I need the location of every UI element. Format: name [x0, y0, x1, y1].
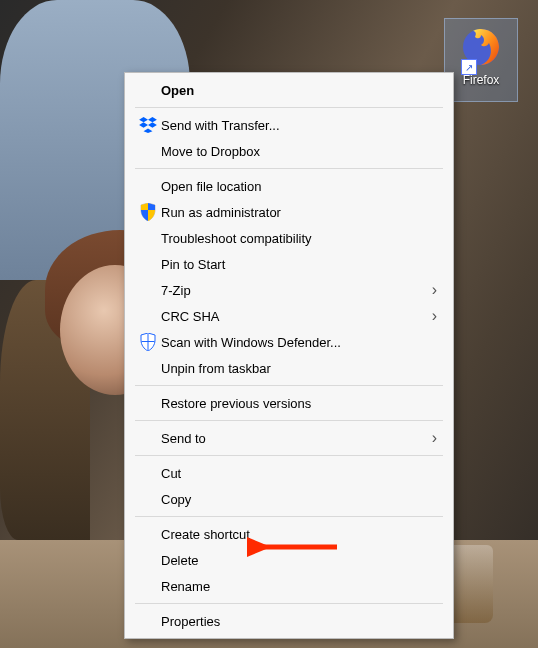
desktop-icon-firefox[interactable]: ↗ Firefox	[444, 18, 518, 102]
menu-item-restore-previous-versions[interactable]: Restore previous versions	[127, 390, 451, 416]
dropbox-icon	[135, 115, 161, 135]
menu-item-label: Cut	[161, 466, 437, 481]
blank-icon	[135, 228, 161, 248]
menu-item-label: 7-Zip	[161, 283, 423, 298]
menu-item-troubleshoot-compatibility[interactable]: Troubleshoot compatibility	[127, 225, 451, 251]
menu-item-label: Copy	[161, 492, 437, 507]
chevron-right-icon: ›	[423, 429, 437, 447]
menu-item-unpin-from-taskbar[interactable]: Unpin from taskbar	[127, 355, 451, 381]
blank-icon	[135, 576, 161, 596]
menu-item-label: Run as administrator	[161, 205, 437, 220]
menu-item-move-to-dropbox[interactable]: Move to Dropbox	[127, 138, 451, 164]
blank-icon	[135, 306, 161, 326]
blank-icon	[135, 141, 161, 161]
menu-item-label: CRC SHA	[161, 309, 423, 324]
chevron-right-icon: ›	[423, 307, 437, 325]
menu-item-cut[interactable]: Cut	[127, 460, 451, 486]
context-menu: OpenSend with Transfer...Move to Dropbox…	[124, 72, 454, 639]
menu-item-label: Delete	[161, 553, 437, 568]
menu-item-copy[interactable]: Copy	[127, 486, 451, 512]
menu-item-label: Move to Dropbox	[161, 144, 437, 159]
menu-item-label: Create shortcut	[161, 527, 437, 542]
blank-icon	[135, 80, 161, 100]
menu-item-label: Open	[161, 83, 437, 98]
menu-item-rename[interactable]: Rename	[127, 573, 451, 599]
desktop-icon-label: Firefox	[463, 73, 500, 87]
menu-item-label: Send to	[161, 431, 423, 446]
blank-icon	[135, 393, 161, 413]
blank-icon	[135, 611, 161, 631]
menu-item-run-as-administrator[interactable]: Run as administrator	[127, 199, 451, 225]
shortcut-arrow-icon: ↗	[461, 59, 477, 75]
menu-item-label: Properties	[161, 614, 437, 629]
blank-icon	[135, 489, 161, 509]
blank-icon	[135, 176, 161, 196]
menu-separator	[135, 516, 443, 517]
shield-defender-icon	[135, 332, 161, 352]
blank-icon	[135, 254, 161, 274]
menu-separator	[135, 168, 443, 169]
menu-separator	[135, 385, 443, 386]
menu-separator	[135, 107, 443, 108]
menu-item-label: Pin to Start	[161, 257, 437, 272]
menu-item-label: Open file location	[161, 179, 437, 194]
menu-item-label: Unpin from taskbar	[161, 361, 437, 376]
menu-item-open-file-location[interactable]: Open file location	[127, 173, 451, 199]
menu-item-pin-to-start[interactable]: Pin to Start	[127, 251, 451, 277]
menu-separator	[135, 603, 443, 604]
menu-item-label: Send with Transfer...	[161, 118, 437, 133]
menu-item-create-shortcut[interactable]: Create shortcut	[127, 521, 451, 547]
menu-item-open[interactable]: Open	[127, 77, 451, 103]
menu-separator	[135, 455, 443, 456]
menu-item-scan-with-windows-defender[interactable]: Scan with Windows Defender...	[127, 329, 451, 355]
menu-item-label: Restore previous versions	[161, 396, 437, 411]
menu-item-crc-sha[interactable]: CRC SHA›	[127, 303, 451, 329]
blank-icon	[135, 550, 161, 570]
menu-item-send-with-transfer[interactable]: Send with Transfer...	[127, 112, 451, 138]
menu-item-7-zip[interactable]: 7-Zip›	[127, 277, 451, 303]
menu-item-label: Scan with Windows Defender...	[161, 335, 437, 350]
menu-item-label: Rename	[161, 579, 437, 594]
menu-item-label: Troubleshoot compatibility	[161, 231, 437, 246]
blank-icon	[135, 428, 161, 448]
blank-icon	[135, 463, 161, 483]
menu-separator	[135, 420, 443, 421]
shield-uac-icon	[135, 202, 161, 222]
chevron-right-icon: ›	[423, 281, 437, 299]
menu-item-delete[interactable]: Delete	[127, 547, 451, 573]
menu-item-properties[interactable]: Properties	[127, 608, 451, 634]
menu-item-send-to[interactable]: Send to›	[127, 425, 451, 451]
blank-icon	[135, 524, 161, 544]
desktop-wallpaper: ↗ Firefox OpenSend with Transfer...Move …	[0, 0, 538, 648]
blank-icon	[135, 280, 161, 300]
blank-icon	[135, 358, 161, 378]
